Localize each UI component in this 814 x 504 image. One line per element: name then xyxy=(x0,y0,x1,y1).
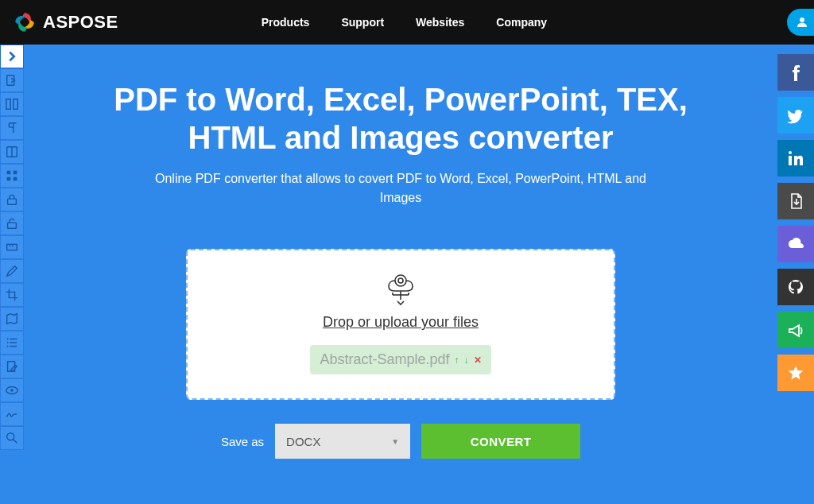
tool-grid[interactable] xyxy=(0,164,24,188)
brand-name: ASPOSE xyxy=(43,12,118,33)
social-cloud-button[interactable] xyxy=(777,226,814,262)
svg-rect-8 xyxy=(7,177,11,181)
file-dropzone[interactable]: Drop or upload your files Abstract-Sampl… xyxy=(186,249,615,400)
svg-point-18 xyxy=(7,339,9,340)
svg-rect-10 xyxy=(8,199,17,204)
logo-mark-icon xyxy=(13,10,37,34)
tool-eye[interactable] xyxy=(0,378,24,402)
tool-columns[interactable] xyxy=(0,92,24,116)
svg-rect-2 xyxy=(6,99,10,110)
page-title: PDF to Word, Excel, PowerPoint, TEX, HTM… xyxy=(99,80,703,157)
social-megaphone-button[interactable] xyxy=(777,312,814,348)
page-subtitle: Online PDF converter that allows to cove… xyxy=(146,169,655,207)
svg-rect-12 xyxy=(7,244,17,250)
tool-search-zoom[interactable] xyxy=(0,426,24,450)
upload-label[interactable]: Drop or upload your files xyxy=(323,314,479,331)
svg-point-23 xyxy=(10,389,14,392)
svg-point-0 xyxy=(800,17,804,22)
tool-edit-doc[interactable] xyxy=(0,355,24,378)
header: ASPOSE Products Support Websites Company xyxy=(0,0,814,45)
user-icon xyxy=(795,15,809,29)
right-social-toolbar xyxy=(777,54,814,397)
move-down-icon[interactable]: ↓ xyxy=(464,355,469,366)
social-github-button[interactable] xyxy=(777,269,814,305)
tool-sign[interactable] xyxy=(0,402,24,426)
svg-point-24 xyxy=(7,433,14,440)
logo[interactable]: ASPOSE xyxy=(13,10,118,34)
main-content: PDF to Word, Excel, PowerPoint, TEX, HTM… xyxy=(24,45,777,504)
selected-format: DOCX xyxy=(286,435,320,448)
uploaded-file-chip: Abstract-Sample.pdf ↑ ↓ ✕ xyxy=(310,345,490,374)
svg-rect-1 xyxy=(7,76,14,86)
social-star-button[interactable] xyxy=(777,355,814,391)
nav-products[interactable]: Products xyxy=(262,16,310,29)
output-format-select[interactable]: DOCX ▼ xyxy=(275,424,410,459)
svg-point-27 xyxy=(789,151,792,154)
move-up-icon[interactable]: ↑ xyxy=(455,355,459,366)
svg-point-29 xyxy=(395,275,406,286)
svg-rect-26 xyxy=(789,156,792,165)
nav-company[interactable]: Company xyxy=(496,16,547,29)
svg-rect-3 xyxy=(14,99,17,110)
social-facebook-button[interactable] xyxy=(777,54,814,91)
tool-paragraph[interactable] xyxy=(0,116,24,140)
svg-rect-11 xyxy=(8,223,17,228)
tool-book[interactable] xyxy=(0,140,24,164)
tool-map[interactable] xyxy=(0,307,24,331)
svg-point-30 xyxy=(398,278,403,283)
nav-support[interactable]: Support xyxy=(341,16,384,29)
tool-exit[interactable] xyxy=(0,68,24,92)
conversion-controls: Save as DOCX ▼ CONVERT xyxy=(24,424,777,459)
tool-crop[interactable] xyxy=(0,283,24,307)
tool-list[interactable] xyxy=(0,331,24,355)
tool-pencil[interactable] xyxy=(0,259,24,283)
social-twitter-button[interactable] xyxy=(777,97,814,134)
svg-point-20 xyxy=(7,346,9,347)
social-pdf-button[interactable] xyxy=(777,183,814,219)
nav-websites[interactable]: Websites xyxy=(416,16,464,29)
tool-unlock[interactable] xyxy=(0,211,24,235)
svg-point-19 xyxy=(7,342,9,343)
user-account-button[interactable] xyxy=(787,9,814,36)
save-as-label: Save as xyxy=(221,435,264,448)
tool-chevron-right[interactable] xyxy=(0,45,24,68)
remove-file-icon[interactable]: ✕ xyxy=(474,355,482,366)
svg-rect-6 xyxy=(7,171,11,175)
left-toolbar xyxy=(0,45,24,450)
tool-ruler[interactable] xyxy=(0,235,24,259)
svg-line-25 xyxy=(14,440,17,444)
tool-lock[interactable] xyxy=(0,188,24,211)
svg-rect-9 xyxy=(14,177,17,181)
chevron-down-icon: ▼ xyxy=(391,437,399,446)
social-linkedin-button[interactable] xyxy=(777,140,814,176)
convert-button[interactable]: CONVERT xyxy=(421,424,580,459)
file-name: Abstract-Sample.pdf xyxy=(320,351,449,368)
svg-rect-7 xyxy=(14,171,17,175)
upload-cloud-icon xyxy=(204,271,598,306)
main-nav: Products Support Websites Company xyxy=(262,16,547,29)
